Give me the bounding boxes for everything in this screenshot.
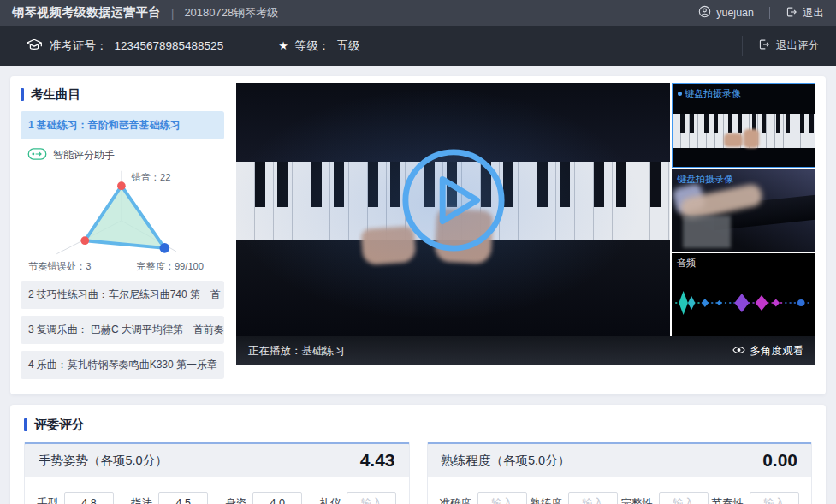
field-rhythm: 节奏性 bbox=[712, 492, 800, 504]
exam-panel: 考生曲目 1基础练习：音阶和琶音基础练习 智能评分助手 bbox=[10, 76, 826, 394]
radar-label-rhythm: 节奏错误处：3 bbox=[28, 261, 91, 271]
multi-angle-label: 多角度观看 bbox=[750, 344, 804, 359]
score-card-gesture: 手势姿势（各项5.0分） 4.43 手型 指法 身姿 bbox=[24, 442, 410, 504]
exit-scoring-button[interactable]: 退出评分 bbox=[742, 36, 819, 56]
ticket-number: 12345678985488525 bbox=[115, 39, 224, 52]
mini-hand-left bbox=[724, 133, 743, 147]
exit-scoring-label: 退出评分 bbox=[776, 39, 819, 53]
mini-hand-right bbox=[744, 129, 759, 148]
audio-track-thumb[interactable]: 音频 bbox=[672, 253, 815, 336]
radar-label-completeness: 完整度：99/100 bbox=[136, 261, 204, 271]
thumb-2-label-wrap: 键盘拍摄录像 bbox=[677, 173, 733, 186]
fingering-input[interactable] bbox=[158, 492, 208, 504]
section-accent-bar bbox=[21, 88, 24, 101]
smart-score-assistant: 智能评分助手 bbox=[27, 148, 224, 163]
thumb-1-label-wrap: 键盘拍摄录像 bbox=[678, 87, 741, 100]
level-group: ★ 等级： 五级 bbox=[278, 39, 359, 54]
user-menu[interactable]: yuejuan bbox=[698, 5, 754, 21]
playlist-item-3[interactable]: 3复调乐曲： 巴赫C 大调平均律第一首前奏曲 bbox=[21, 316, 224, 344]
field-accuracy: 准确度 bbox=[440, 492, 528, 504]
play-button[interactable] bbox=[399, 145, 508, 258]
field-etiquette: 礼仪 bbox=[319, 492, 396, 504]
keyboard-view-thumb-2[interactable]: 键盘拍摄录像 bbox=[672, 169, 815, 252]
assistant-label: 智能评分助手 bbox=[53, 148, 115, 163]
judge-scoring-panel: 评委评分 手势姿势（各项5.0分） 4.43 手型 指法 bbox=[10, 405, 826, 504]
ticket-group: 准考证号： 12345678985488525 bbox=[26, 38, 223, 55]
player-status-bar: 正在播放：基础练习 多角度观看 bbox=[236, 336, 815, 365]
playlist-item-1[interactable]: 1基础练习：音阶和琶音基础练习 bbox=[21, 111, 224, 139]
field-proficiency: 熟练度 bbox=[531, 492, 619, 504]
field-hand-shape: 手型 bbox=[37, 492, 114, 504]
angle-thumbnails: 键盘拍摄录像 键盘拍摄录像 bbox=[672, 83, 815, 336]
texture-shape bbox=[683, 216, 731, 248]
now-playing-text: 正在播放：基础练习 bbox=[248, 344, 345, 359]
hand-shape-input[interactable] bbox=[64, 492, 114, 504]
session-name: 20180728钢琴考级 bbox=[184, 5, 278, 21]
username: yuejuan bbox=[716, 7, 754, 19]
user-icon bbox=[698, 5, 711, 21]
song-playlist: 考生曲目 1基础练习：音阶和琶音基础练习 智能评分助手 bbox=[21, 83, 224, 386]
score-card-proficiency-score: 0.00 bbox=[762, 450, 797, 471]
proficiency-input[interactable] bbox=[568, 492, 618, 504]
active-dot-icon bbox=[678, 92, 682, 96]
nav-separator bbox=[769, 7, 770, 19]
section-accent-bar bbox=[24, 418, 27, 431]
app-title: 钢琴视频考级数据运营平台 bbox=[12, 5, 161, 21]
score-card-gesture-header: 手势姿势（各项5.0分） 4.43 bbox=[25, 444, 409, 477]
completeness-input[interactable] bbox=[659, 492, 709, 504]
radar-area bbox=[85, 186, 164, 248]
ticket-label: 准考证号： bbox=[50, 39, 108, 54]
level-value: 五级 bbox=[336, 39, 359, 54]
playlist-title: 考生曲目 bbox=[31, 86, 80, 103]
posture-input[interactable] bbox=[252, 492, 302, 504]
level-label: 等级： bbox=[295, 39, 330, 54]
field-completeness: 完整性 bbox=[621, 492, 709, 504]
exam-info-bar: 准考证号： 12345678985488525 ★ 等级： 五级 退出评分 bbox=[0, 26, 836, 66]
audio-waveform bbox=[672, 283, 815, 326]
eye-icon bbox=[732, 345, 745, 358]
etiquette-input[interactable] bbox=[347, 492, 396, 504]
radar-label-errors: 错音：22 bbox=[131, 172, 171, 182]
score-card-proficiency-header: 熟练程度（各项5.0分） 0.00 bbox=[428, 444, 812, 477]
score-card-gesture-score: 4.43 bbox=[360, 450, 395, 471]
top-navbar: 钢琴视频考级数据运营平台 | 20180728钢琴考级 yuejuan 退出 bbox=[0, 0, 836, 26]
graduation-cap-icon bbox=[26, 38, 43, 55]
main-video[interactable] bbox=[236, 83, 670, 336]
exit-scoring-icon bbox=[758, 39, 770, 53]
score-card-gesture-title: 手势姿势（各项5.0分） bbox=[39, 453, 168, 469]
logout-label: 退出 bbox=[803, 6, 824, 21]
playlist-item-2[interactable]: 2技巧性练习曲：车尔尼练习曲740 第一首 bbox=[21, 281, 224, 309]
radar-point-completeness bbox=[160, 243, 170, 253]
scoring-title: 评委评分 bbox=[34, 417, 84, 433]
star-icon: ★ bbox=[278, 39, 288, 52]
radar-chart: 错音：22 节奏错误处：3 完整度：99/100 bbox=[21, 164, 224, 277]
playlist-item-4[interactable]: 4乐曲：莫扎特钢琴奏鸣曲K330 第一乐章 bbox=[21, 351, 224, 379]
field-posture: 身姿 bbox=[225, 492, 302, 504]
radar-point-errors bbox=[117, 181, 126, 190]
audio-label-wrap: 音频 bbox=[677, 257, 696, 270]
logout-icon bbox=[786, 6, 797, 21]
keyboard-view-thumb-1[interactable]: 键盘拍摄录像 bbox=[672, 83, 815, 168]
assistant-icon bbox=[27, 148, 47, 163]
accuracy-input[interactable] bbox=[477, 492, 527, 504]
logout-button[interactable]: 退出 bbox=[786, 6, 824, 21]
rhythm-input[interactable] bbox=[750, 492, 799, 504]
multi-angle-button[interactable]: 多角度观看 bbox=[732, 344, 804, 359]
score-card-proficiency-title: 熟练程度（各项5.0分） bbox=[442, 453, 571, 469]
title-divider: | bbox=[171, 7, 174, 20]
radar-point-rhythm bbox=[80, 236, 89, 245]
field-fingering: 指法 bbox=[131, 492, 208, 504]
video-region: 键盘拍摄录像 键盘拍摄录像 bbox=[236, 83, 815, 365]
score-card-proficiency: 熟练程度（各项5.0分） 0.00 准确度 熟练度 完整性 bbox=[427, 442, 813, 504]
